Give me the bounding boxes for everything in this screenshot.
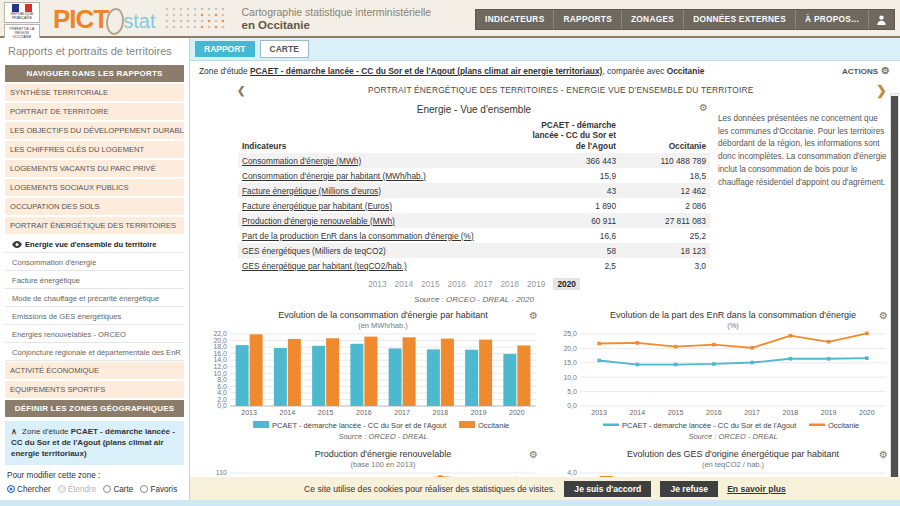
indicator-link[interactable]: GES énergétique par habitant (teqCO2/hab… xyxy=(242,261,407,271)
chart-gear-icon[interactable]: ⚙ xyxy=(879,450,888,460)
year-2014[interactable]: 2014 xyxy=(395,279,413,289)
svg-text:5,0: 5,0 xyxy=(567,388,577,395)
svg-text:4,0: 4,0 xyxy=(567,469,577,476)
radio-chercher[interactable]: Chercher xyxy=(7,485,51,494)
sidebar-zones-header: DÉFINIR LES ZONES GÉOGRAPHIQUES xyxy=(5,400,184,417)
sidebar-item-logements-sociaux-publics[interactable]: LOGEMENTS SOCIAUX PUBLICS xyxy=(5,179,184,196)
indicator-table-panel: Energie - Vue d'ensemble ⚙ IndicateursPC… xyxy=(238,99,710,308)
value-pcaet: 60 911 xyxy=(525,213,620,228)
chart-gear-icon[interactable]: ⚙ xyxy=(529,311,538,321)
user-account-icon[interactable] xyxy=(868,10,894,29)
tab-rapport[interactable]: RAPPORT xyxy=(195,41,255,57)
indicator-link[interactable]: Consommation d'énergie par habitant (MWh… xyxy=(242,171,426,181)
svg-text:Source : ORCEO - DREAL: Source : ORCEO - DREAL xyxy=(688,432,777,441)
top-nav-item-zonages[interactable]: ZONAGES xyxy=(621,10,683,29)
app-region: en Occitanie xyxy=(241,19,431,31)
report-nav-list: SYNTHÈSE TERRITORIALEPORTRAIT DE TERRITO… xyxy=(0,84,189,398)
scrollbar-thumb[interactable] xyxy=(891,96,898,496)
sidebar-item-activite-economique[interactable]: ACTIVITÉ ÉCONOMIQUE xyxy=(5,362,184,379)
sidebar-subitem-consommation-d-energie[interactable]: Consommation d'énergie xyxy=(5,254,184,271)
sidebar: Rapports et portraits de territoires NAV… xyxy=(0,38,190,506)
year-2019[interactable]: 2019 xyxy=(527,279,545,289)
year-2016[interactable]: 2016 xyxy=(448,279,466,289)
cookie-more-link[interactable]: En savoir plus xyxy=(727,484,786,494)
chart-gear-icon[interactable]: ⚙ xyxy=(879,311,888,321)
sidebar-item-logements-vacants-du-parc-prive[interactable]: LOGEMENTS VACANTS DU PARC PRIVÉ xyxy=(5,160,184,177)
svg-text:2019: 2019 xyxy=(821,409,837,416)
top-nav-item-a-propos[interactable]: À PROPOS... xyxy=(795,10,868,29)
radio-carte[interactable]: Carte xyxy=(103,485,133,494)
value-pcaet: 1 890 xyxy=(525,198,620,213)
svg-text:Evolution des GES d'origine én: Evolution des GES d'origine énergétique … xyxy=(627,449,839,459)
top-nav-item-donnees-externes[interactable]: DONNÉES EXTERNES xyxy=(683,10,795,29)
vertical-scrollbar[interactable] xyxy=(890,93,899,500)
table-row: GES énergétique par habitant (teqCO2/hab… xyxy=(238,258,710,273)
indicator-link[interactable]: Part de la production EnR dans la consom… xyxy=(242,231,474,241)
year-2015[interactable]: 2015 xyxy=(421,279,439,289)
year-2017[interactable]: 2017 xyxy=(474,279,492,289)
sidebar-item-occupation-des-sols[interactable]: OCCUPATION DES SOLS xyxy=(5,198,184,215)
sidebar-subitem-emissions-de-ges-energetiques[interactable]: Emissions de GES énergétiques xyxy=(5,308,184,325)
svg-text:2017: 2017 xyxy=(744,409,760,416)
year-2020[interactable]: 2020 xyxy=(553,278,579,290)
top-nav-item-rapports[interactable]: RAPPORTS xyxy=(553,10,621,29)
indicator-label: Consommation d'énergie par habitant (MWh… xyxy=(238,168,525,183)
value-pcaet: 366 443 xyxy=(525,153,620,168)
actions-button[interactable]: ACTIONS⚙ xyxy=(842,66,890,76)
year-2018[interactable]: 2018 xyxy=(500,279,518,289)
report-next-chevron-icon[interactable]: ❯ xyxy=(876,83,887,98)
sidebar-subitem-conjoncture-regionale-et-departementale-des-enr[interactable]: Conjoncture régionale et départementale … xyxy=(5,344,184,361)
zone-summary-compare-name: Occitanie xyxy=(667,66,705,76)
sidebar-subitem-energie-vue-d-ensemble-du-territoire[interactable]: Energie vue d'ensemble du territoire xyxy=(5,236,184,253)
view-tabs: RAPPORTCARTE xyxy=(190,38,900,61)
svg-text:(base 100 en 2013): (base 100 en 2013) xyxy=(350,460,416,469)
cookie-refuse-button[interactable]: Je refuse xyxy=(660,481,718,497)
svg-text:(en teqCO2 / hab.): (en teqCO2 / hab.) xyxy=(702,460,765,469)
sidebar-subitem-mode-de-chauffage-et-precarite-energetique[interactable]: Mode de chauffage et précarité énergétiq… xyxy=(5,290,184,307)
value-occitanie: 2 086 xyxy=(620,198,710,213)
value-pcaet: 16,6 xyxy=(525,228,620,243)
zone-summary-link[interactable]: PCAET - démarche lancée - CC du Sor et d… xyxy=(250,66,602,76)
svg-text:(%): (%) xyxy=(727,321,739,330)
svg-text:2013: 2013 xyxy=(241,409,257,416)
value-occitanie: 18,5 xyxy=(620,168,710,183)
sidebar-item-les-chiffres-cles-du-logement[interactable]: LES CHIFFRES CLÉS DU LOGEMENT xyxy=(5,141,184,158)
value-pcaet: 2,5 xyxy=(525,258,620,273)
sidebar-item-les-objectifs-du-developpement-durable-odd[interactable]: LES OBJECTIFS DU DÉVELOPPEMENT DURABLE (… xyxy=(5,122,184,139)
svg-text:Occitanie: Occitanie xyxy=(478,421,509,430)
indicator-label: Facture énergétique par habitant (Euros) xyxy=(238,198,525,213)
sidebar-item-portrait-energetique-des-territoires[interactable]: PORTRAIT ÉNERGÉTIQUE DES TERRITOIRES xyxy=(5,217,184,234)
svg-text:2019: 2019 xyxy=(471,409,487,416)
indicator-link[interactable]: Facture énergétique par habitant (Euros) xyxy=(242,201,392,211)
data-note: Les données présentées ne concernent que… xyxy=(718,99,888,308)
gov-logo-text: RÉPUBLIQUE FRANÇAISE xyxy=(6,13,38,21)
picto-stat-logo[interactable]: PICTstat xyxy=(53,4,155,35)
cookie-text: Ce site utilise des cookies pour réalise… xyxy=(304,484,555,494)
sidebar-item-portrait-de-territoire[interactable]: PORTRAIT DE TERRITOIRE xyxy=(5,103,184,120)
indicator-link[interactable]: Facture énergétique (Millions d'euros) xyxy=(242,186,381,196)
indicator-link[interactable]: Production d'énergie renouvelable (MWh) xyxy=(242,216,395,226)
logo-dots-decoration xyxy=(163,5,227,31)
sidebar-subitem-facture-energetique[interactable]: Facture énergétique xyxy=(5,272,184,289)
svg-text:15,0: 15,0 xyxy=(563,359,577,366)
indicator-link[interactable]: Consommation d'énergie (MWh) xyxy=(242,156,361,166)
chart-svg-1: Evolution de la part des EnR dans la con… xyxy=(546,309,894,444)
sidebar-subitem-energies-renouvelables-orceo[interactable]: Energies renouvelables - ORCEO xyxy=(5,326,184,343)
year-2013[interactable]: 2013 xyxy=(368,279,386,289)
svg-text:Occitanie: Occitanie xyxy=(828,421,859,430)
report-prev-chevron-icon[interactable]: ❮ xyxy=(237,85,246,96)
top-nav-item-indicateurs[interactable]: INDICATEURS xyxy=(476,10,553,29)
cookie-accept-button[interactable]: Je suis d'accord xyxy=(564,481,651,497)
sidebar-item-equipements-sportifs[interactable]: EQUIPEMENTS SPORTIFS xyxy=(5,381,184,398)
modify-zone-label: Pour modifier cette zone : xyxy=(0,468,189,481)
section-gear-icon[interactable]: ⚙ xyxy=(699,103,708,113)
radio-favoris[interactable]: Favoris xyxy=(140,485,177,494)
indicator-label: GES énergétiques (Milliers de teqCO2) xyxy=(238,243,525,258)
radio-circle-icon xyxy=(7,485,15,493)
chart-gear-icon[interactable]: ⚙ xyxy=(529,450,538,460)
svg-text:2020: 2020 xyxy=(509,409,525,416)
svg-text:14,0: 14,0 xyxy=(213,357,227,364)
tab-carte[interactable]: CARTE xyxy=(260,40,309,58)
zone-etude-panel[interactable]: ∧ Zone d'étude PCAET - démarche lancée -… xyxy=(5,421,184,465)
sidebar-item-synthese-territoriale[interactable]: SYNTHÈSE TERRITORIALE xyxy=(5,84,184,101)
